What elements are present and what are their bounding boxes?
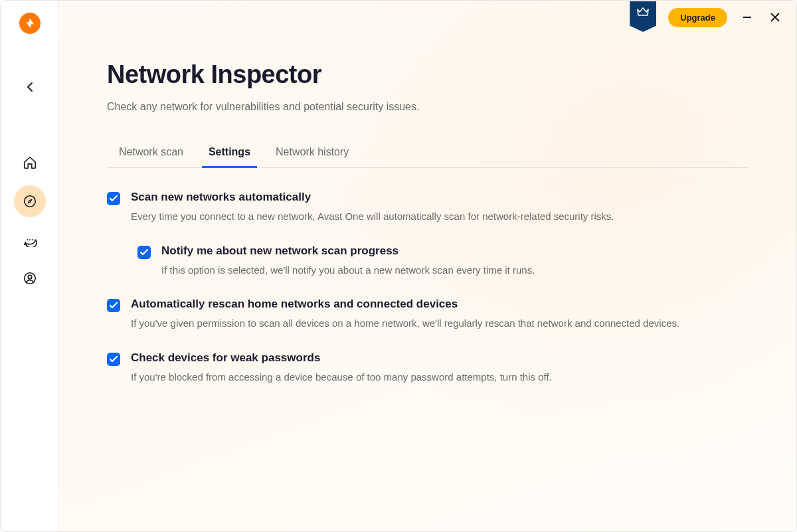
- setting-title: Automatically rescan home networks and c…: [131, 298, 749, 311]
- tab-network-scan[interactable]: Network scan: [119, 139, 183, 167]
- check-icon: [110, 356, 118, 363]
- svg-point-1: [27, 239, 28, 240]
- setting-text: Scan new networks automatically Every ti…: [131, 191, 749, 224]
- setting-title: Notify me about new network scan progres…: [161, 244, 749, 258]
- check-icon: [110, 195, 118, 202]
- app-logo-icon: [19, 13, 41, 34]
- checkbox-scan-auto[interactable]: [107, 192, 120, 205]
- setting-weak-passwords: Check devices for weak passwords If you'…: [107, 351, 749, 385]
- chat-icon: [23, 232, 37, 247]
- svg-point-2: [29, 239, 31, 240]
- setting-rescan: Automatically rescan home networks and c…: [107, 298, 749, 331]
- crown-icon: [636, 7, 650, 17]
- sidebar-item-home[interactable]: [14, 147, 46, 179]
- setting-desc: Every time you connect to a new network,…: [131, 209, 749, 224]
- setting-desc: If you've given permission to scan all d…: [131, 316, 749, 331]
- page-title: Network Inspector: [107, 60, 749, 89]
- check-icon: [110, 302, 118, 309]
- setting-desc: If you're blocked from accessing a devic…: [131, 370, 749, 385]
- sidebar-item-explore[interactable]: [14, 185, 46, 217]
- sidebar-item-account[interactable]: [14, 262, 46, 294]
- checkbox-rescan[interactable]: [107, 299, 120, 312]
- page-subtitle: Check any network for vulnerabilities an…: [107, 101, 749, 113]
- checkbox-weak-passwords[interactable]: [107, 353, 120, 366]
- titlebar: Upgrade: [630, 1, 796, 34]
- svg-point-3: [31, 239, 33, 240]
- setting-text: Check devices for weak passwords If you'…: [131, 351, 749, 385]
- setting-text: Automatically rescan home networks and c…: [131, 298, 749, 331]
- back-button[interactable]: [17, 74, 43, 100]
- close-icon: [770, 12, 780, 23]
- close-button[interactable]: [767, 9, 783, 25]
- sidebar: [1, 1, 59, 531]
- setting-title: Scan new networks automatically: [131, 191, 749, 204]
- svg-point-5: [28, 275, 32, 279]
- check-icon: [140, 249, 148, 256]
- setting-scan-auto: Scan new networks automatically Every ti…: [107, 191, 749, 224]
- upgrade-button[interactable]: Upgrade: [668, 8, 727, 27]
- premium-badge[interactable]: [630, 1, 656, 32]
- setting-notify: Notify me about new network scan progres…: [137, 244, 749, 278]
- sidebar-item-messages[interactable]: [14, 224, 46, 256]
- content-area: Network Inspector Check any network for …: [59, 1, 796, 385]
- home-icon: [23, 155, 37, 170]
- setting-title: Check devices for weak passwords: [131, 351, 749, 365]
- setting-text: Notify me about new network scan progres…: [161, 244, 749, 278]
- user-icon: [23, 271, 37, 286]
- compass-icon: [23, 194, 37, 209]
- main-panel: Upgrade Network Inspector Check any netw…: [59, 1, 796, 531]
- svg-point-0: [24, 196, 35, 207]
- tab-network-history[interactable]: Network history: [276, 139, 349, 167]
- minimize-icon: [743, 13, 752, 22]
- checkbox-notify[interactable]: [137, 246, 151, 259]
- app-window: Upgrade Network Inspector Check any netw…: [0, 0, 797, 532]
- tabs: Network scan Settings Network history: [107, 139, 749, 168]
- settings-list: Scan new networks automatically Every ti…: [107, 168, 749, 385]
- setting-desc: If this option is selected, we'll notify…: [161, 263, 749, 278]
- tab-settings[interactable]: Settings: [209, 139, 250, 167]
- minimize-button[interactable]: [739, 9, 755, 25]
